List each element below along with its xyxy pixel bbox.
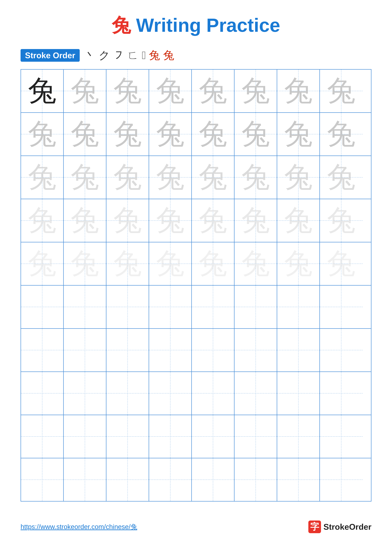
grid-cell-7-3[interactable] [107, 329, 149, 372]
grid-cell-5-7[interactable]: 兔 [277, 242, 320, 285]
grid-cell-6-3[interactable] [107, 285, 149, 328]
grid-cell-8-1[interactable] [21, 372, 64, 415]
title-char: 兔 [112, 15, 131, 36]
grid-cell-5-3[interactable]: 兔 [107, 242, 149, 285]
grid-cell-10-4[interactable] [149, 458, 192, 501]
char-display: 兔 [199, 206, 227, 235]
grid-cell-2-5[interactable]: 兔 [192, 113, 235, 155]
grid-cell-9-6[interactable] [235, 415, 277, 458]
grid-cell-7-6[interactable] [235, 329, 277, 372]
char-display: 兔 [284, 120, 313, 148]
stroke-4: ㄈ [128, 48, 139, 63]
grid-cell-2-1[interactable]: 兔 [21, 113, 64, 155]
grid-cell-7-5[interactable] [192, 329, 235, 372]
grid-cell-2-2[interactable]: 兔 [64, 113, 107, 155]
grid-cell-4-8[interactable]: 兔 [320, 199, 363, 242]
grid-cell-3-8[interactable]: 兔 [320, 156, 363, 199]
grid-cell-9-3[interactable] [107, 415, 149, 458]
grid-cell-2-6[interactable]: 兔 [235, 113, 277, 155]
char-display: 兔 [28, 120, 57, 148]
char-display: 兔 [28, 77, 57, 105]
grid-cell-1-7[interactable]: 兔 [277, 70, 320, 112]
grid-cell-10-2[interactable] [64, 458, 107, 501]
stroke-6: 兔 [149, 48, 160, 63]
grid-cell-1-2[interactable]: 兔 [64, 70, 107, 112]
grid-cell-9-4[interactable] [149, 415, 192, 458]
grid-cell-4-2[interactable]: 兔 [64, 199, 107, 242]
grid-cell-6-2[interactable] [64, 285, 107, 328]
footer-logo: 字 StrokeOrder [308, 520, 371, 533]
grid-cell-8-5[interactable] [192, 372, 235, 415]
char-display: 兔 [113, 120, 142, 148]
grid-cell-8-7[interactable] [277, 372, 320, 415]
footer-url[interactable]: https://www.strokeorder.com/chinese/兔 [21, 522, 137, 531]
grid-cell-10-8[interactable] [320, 458, 363, 501]
grid-cell-8-3[interactable] [107, 372, 149, 415]
grid-cell-2-7[interactable]: 兔 [277, 113, 320, 155]
grid-cell-6-4[interactable] [149, 285, 192, 328]
grid-cell-2-3[interactable]: 兔 [107, 113, 149, 155]
grid-cell-6-1[interactable] [21, 285, 64, 328]
grid-row-8 [21, 372, 371, 415]
grid-cell-5-6[interactable]: 兔 [235, 242, 277, 285]
grid-cell-10-6[interactable] [235, 458, 277, 501]
grid-cell-3-4[interactable]: 兔 [149, 156, 192, 199]
grid-cell-5-2[interactable]: 兔 [64, 242, 107, 285]
stroke-5: 𠃑 [142, 49, 146, 62]
grid-cell-7-8[interactable] [320, 329, 363, 372]
stroke-order-badge: Stroke Order [21, 49, 80, 62]
grid-cell-8-8[interactable] [320, 372, 363, 415]
grid-cell-3-3[interactable]: 兔 [107, 156, 149, 199]
grid-cell-4-4[interactable]: 兔 [149, 199, 192, 242]
char-display: 兔 [242, 249, 270, 278]
grid-cell-7-7[interactable] [277, 329, 320, 372]
grid-cell-1-8[interactable]: 兔 [320, 70, 363, 112]
grid-cell-9-1[interactable] [21, 415, 64, 458]
char-display: 兔 [327, 206, 356, 235]
grid-cell-5-8[interactable]: 兔 [320, 242, 363, 285]
grid-cell-9-7[interactable] [277, 415, 320, 458]
grid-cell-4-7[interactable]: 兔 [277, 199, 320, 242]
grid-cell-7-2[interactable] [64, 329, 107, 372]
grid-cell-8-6[interactable] [235, 372, 277, 415]
grid-cell-6-6[interactable] [235, 285, 277, 328]
grid-cell-8-2[interactable] [64, 372, 107, 415]
grid-cell-10-1[interactable] [21, 458, 64, 501]
grid-cell-1-5[interactable]: 兔 [192, 70, 235, 112]
grid-cell-10-5[interactable] [192, 458, 235, 501]
grid-row-2: 兔 兔 兔 兔 兔 兔 兔 兔 [21, 113, 371, 156]
grid-cell-5-5[interactable]: 兔 [192, 242, 235, 285]
grid-cell-3-5[interactable]: 兔 [192, 156, 235, 199]
grid-cell-9-5[interactable] [192, 415, 235, 458]
footer-logo-icon: 字 [308, 520, 321, 533]
grid-cell-3-6[interactable]: 兔 [235, 156, 277, 199]
grid-cell-6-5[interactable] [192, 285, 235, 328]
grid-cell-1-3[interactable]: 兔 [107, 70, 149, 112]
grid-cell-7-4[interactable] [149, 329, 192, 372]
grid-cell-1-6[interactable]: 兔 [235, 70, 277, 112]
grid-cell-9-8[interactable] [320, 415, 363, 458]
grid-cell-6-7[interactable] [277, 285, 320, 328]
grid-cell-2-4[interactable]: 兔 [149, 113, 192, 155]
grid-cell-4-6[interactable]: 兔 [235, 199, 277, 242]
grid-cell-10-3[interactable] [107, 458, 149, 501]
grid-cell-5-4[interactable]: 兔 [149, 242, 192, 285]
grid-cell-7-1[interactable] [21, 329, 64, 372]
grid-cell-5-1[interactable]: 兔 [21, 242, 64, 285]
grid-cell-8-4[interactable] [149, 372, 192, 415]
grid-row-10 [21, 458, 371, 501]
grid-cell-4-5[interactable]: 兔 [192, 199, 235, 242]
grid-cell-9-2[interactable] [64, 415, 107, 458]
grid-cell-4-1[interactable]: 兔 [21, 199, 64, 242]
grid-cell-1-1[interactable]: 兔 [21, 70, 64, 112]
grid-cell-10-7[interactable] [277, 458, 320, 501]
grid-cell-3-7[interactable]: 兔 [277, 156, 320, 199]
stroke-7: 兔 [163, 48, 174, 63]
grid-cell-3-1[interactable]: 兔 [21, 156, 64, 199]
grid-cell-1-4[interactable]: 兔 [149, 70, 192, 112]
grid-cell-6-8[interactable] [320, 285, 363, 328]
grid-cell-3-2[interactable]: 兔 [64, 156, 107, 199]
char-display: 兔 [71, 163, 99, 192]
grid-cell-4-3[interactable]: 兔 [107, 199, 149, 242]
grid-cell-2-8[interactable]: 兔 [320, 113, 363, 155]
